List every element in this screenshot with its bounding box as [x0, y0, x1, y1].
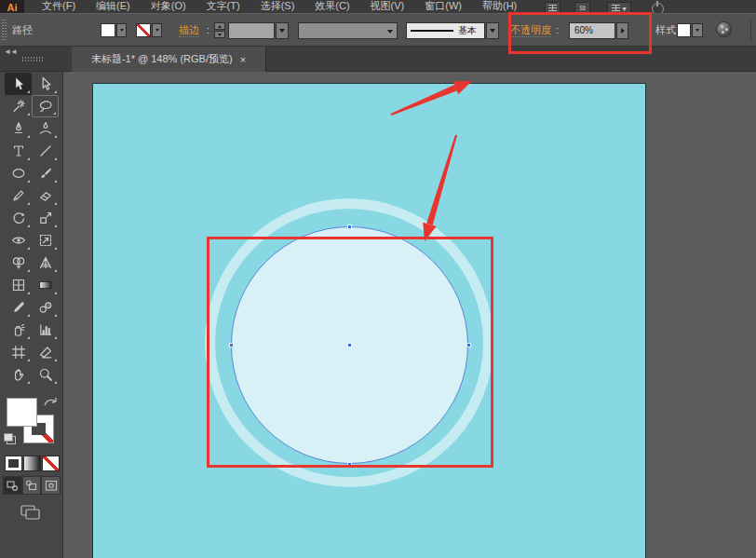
free-transform-tool[interactable]	[32, 229, 59, 252]
shape-builder-tool[interactable]	[5, 252, 32, 274]
control-bar: 路径 描边 : 基本 不透明度 : 60% 样式 :	[0, 13, 756, 47]
draw-behind-icon[interactable]	[22, 476, 42, 495]
menu-item-9[interactable]: 帮助(H)	[472, 0, 527, 13]
draw-inside-icon[interactable]	[41, 476, 61, 495]
stepper-up-icon[interactable]	[214, 22, 225, 30]
color-button[interactable]	[5, 456, 22, 471]
anchor-point[interactable]	[229, 343, 234, 347]
rotate-tool[interactable]	[5, 207, 32, 229]
hand-tool[interactable]	[5, 363, 32, 386]
document-tab-title: 未标题-1* @ 148% (RGB/预览)	[91, 52, 233, 66]
gradient-tool[interactable]	[32, 274, 59, 296]
pencil-tool[interactable]	[5, 184, 32, 207]
power-icon[interactable]	[652, 2, 665, 13]
anchor-point[interactable]	[466, 343, 471, 347]
fill-color-dropdown[interactable]	[116, 23, 127, 37]
control-bar-grip[interactable]	[2, 20, 7, 42]
stroke-weight-label[interactable]: 描边	[179, 24, 199, 37]
hand-icon	[11, 367, 26, 382]
column-graph-tool[interactable]	[32, 319, 59, 341]
menu-item-4[interactable]: 文字(T)	[196, 0, 250, 13]
menu-item-1[interactable]: 文件(F)	[32, 0, 86, 13]
eyedropper-icon	[11, 300, 26, 315]
arrange-documents-icon[interactable]: ▾	[607, 2, 631, 13]
stroke-weight-field[interactable]	[228, 22, 275, 39]
stroke-weight-stepper[interactable]	[214, 22, 225, 38]
opacity-field[interactable]: 60%	[569, 22, 615, 39]
menu-item-8[interactable]: 窗口(W)	[414, 0, 472, 13]
bridge-icon[interactable]	[545, 2, 560, 13]
stroke-color-swatch[interactable]	[136, 23, 151, 37]
magic-wand-tool[interactable]	[5, 95, 32, 117]
menu-bar: Ai 文件(F)编辑(E)对象(O)文字(T)选择(S)效果(C)视图(V)窗口…	[0, 0, 756, 13]
draw-normal-icon[interactable]	[3, 476, 22, 495]
blend-tool[interactable]	[32, 296, 59, 319]
zoom-tool[interactable]	[32, 363, 59, 386]
rotate-icon	[11, 211, 26, 225]
paintbrush-tool[interactable]	[32, 162, 59, 184]
menu-item-7[interactable]: 视图(V)	[360, 0, 415, 13]
gradient-icon	[38, 278, 53, 293]
artboard-tool[interactable]	[5, 341, 32, 363]
stroke-weight-dropdown[interactable]	[276, 22, 289, 39]
line-segment-tool[interactable]	[32, 140, 59, 162]
ellipse-icon	[11, 166, 26, 181]
opacity-slider-button[interactable]	[616, 22, 628, 39]
stock-icon[interactable]: St	[574, 2, 590, 13]
gradient-button[interactable]	[23, 456, 41, 471]
fill-indicator-swatch[interactable]	[7, 398, 37, 427]
symbol-sprayer-tool[interactable]	[5, 319, 32, 341]
toolbar-grip[interactable]	[22, 57, 43, 61]
document-tab[interactable]: 未标题-1* @ 148% (RGB/预览) ×	[72, 47, 266, 72]
pen-icon	[11, 121, 26, 136]
anchor-point[interactable]	[347, 462, 352, 467]
curvature-tool[interactable]	[32, 117, 59, 140]
width-profile-dropdown[interactable]	[298, 22, 398, 39]
eyedropper-tool[interactable]	[5, 296, 32, 319]
anchor-point[interactable]	[347, 225, 352, 229]
swap-fill-stroke-icon[interactable]	[43, 396, 58, 409]
eraser-tool[interactable]	[32, 184, 59, 207]
style-swatch[interactable]	[677, 23, 691, 37]
magic-wand-icon	[11, 99, 26, 114]
stroke-colon: :	[207, 24, 209, 36]
anchor-point[interactable]	[347, 343, 352, 347]
symbol-sprayer-icon	[11, 322, 26, 337]
collapse-panel-icon[interactable]: ◄◄	[4, 48, 17, 56]
context-label: 路径	[12, 24, 33, 36]
fill-color-swatch[interactable]	[101, 23, 115, 37]
pen-tool[interactable]	[5, 117, 32, 140]
screen-mode-icon[interactable]	[19, 503, 43, 522]
artboard[interactable]	[93, 84, 645, 558]
lasso-tool[interactable]	[32, 95, 59, 117]
mesh-tool[interactable]	[5, 274, 32, 296]
style-colon: :	[668, 24, 670, 36]
default-fill-stroke-icon[interactable]	[4, 433, 16, 444]
style-dropdown[interactable]	[692, 23, 703, 37]
tab-close-icon[interactable]: ×	[240, 54, 246, 65]
ellipse-tool[interactable]	[5, 162, 32, 184]
direct-selection-tool[interactable]	[32, 73, 59, 95]
perspective-grid-tool[interactable]	[32, 252, 59, 274]
brush-definition-value: 基本	[458, 26, 477, 35]
recolor-artwork-icon[interactable]	[716, 21, 732, 37]
brush-definition-field[interactable]: 基本	[406, 22, 485, 39]
menu-item-6[interactable]: 效果(C)	[304, 0, 359, 13]
slice-tool[interactable]	[32, 341, 59, 363]
menu-item-3[interactable]: 对象(O)	[141, 0, 196, 13]
eraser-icon	[38, 188, 53, 203]
menu-item-5[interactable]: 选择(S)	[250, 0, 305, 13]
pasteboard[interactable]	[63, 72, 756, 558]
selection-tool[interactable]	[5, 73, 32, 95]
stroke-color-dropdown[interactable]	[152, 23, 162, 37]
scale-tool[interactable]	[32, 207, 59, 229]
opacity-label[interactable]: 不透明度	[510, 24, 551, 37]
scale-icon	[38, 211, 53, 225]
brush-definition-dropdown[interactable]	[486, 22, 499, 39]
stepper-down-icon[interactable]	[214, 31, 225, 38]
none-button[interactable]	[42, 456, 60, 471]
menu-item-2[interactable]: 编辑(E)	[86, 0, 141, 13]
type-tool[interactable]	[5, 140, 32, 162]
width-tool[interactable]	[5, 229, 32, 252]
slice-icon	[38, 345, 53, 360]
